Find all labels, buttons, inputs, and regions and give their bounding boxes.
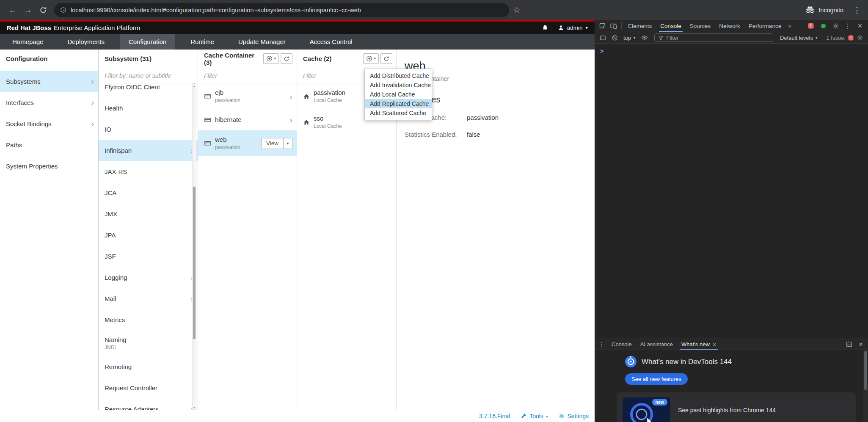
close-icon[interactable]: × — [713, 341, 716, 348]
user-menu[interactable]: admin ▾ — [558, 25, 588, 31]
finder-item-ejb[interactable]: ejbpassivation› — [198, 83, 297, 109]
finder-item-paths[interactable]: Paths — [0, 134, 98, 155]
bookmark-star-icon[interactable]: ☆ — [509, 3, 524, 18]
refresh-button[interactable] — [380, 53, 392, 64]
see-all-features-button[interactable]: See all new features — [625, 373, 688, 385]
finder-item-jsf[interactable]: JSF — [99, 246, 198, 267]
scrollbar[interactable] — [863, 350, 868, 422]
menu-item-add-scattered-cache[interactable]: Add Scattered Cache — [365, 108, 432, 118]
finder-item-interfaces[interactable]: Interfaces› — [0, 92, 98, 113]
drawer-menu-icon[interactable]: ⋮ — [596, 339, 607, 350]
devtools-panel: ElementsConsoleSourcesNetworkPerformance… — [595, 20, 868, 422]
devtools-close-icon[interactable]: × — [854, 21, 865, 31]
add-cache-container-button[interactable]: ▾ — [263, 53, 279, 64]
finder-item-health[interactable]: Health — [99, 98, 198, 119]
finder-item-logging[interactable]: Logging› — [99, 267, 198, 288]
log-levels-selector[interactable]: Default levels ▾ — [777, 35, 820, 41]
url-bar[interactable]: localhost:9990/console/index.html#config… — [54, 3, 509, 17]
console-settings-gear-icon[interactable] — [854, 33, 865, 43]
issues-badge-icon[interactable] — [805, 21, 816, 31]
menu-item-add-local-cache[interactable]: Add Local Cache — [365, 90, 432, 99]
status-dot-icon[interactable] — [818, 21, 829, 31]
column-title: Subsystem (31) — [105, 55, 152, 62]
console-output[interactable]: > — [595, 44, 868, 339]
column-title: Configuration — [6, 55, 47, 62]
inspect-element-icon[interactable] — [597, 21, 608, 31]
finder-item-jpa[interactable]: JPA — [99, 225, 198, 246]
finder-item-jmx[interactable]: JMX — [99, 204, 198, 225]
finder-item-jca[interactable]: JCA — [99, 182, 198, 204]
reload-icon[interactable] — [36, 3, 51, 18]
version-label[interactable]: 3.7.16.Final — [479, 413, 510, 419]
finder-item-metrics[interactable]: Metrics — [99, 309, 198, 331]
finder-item-hibernate[interactable]: hibernate› — [198, 109, 297, 130]
site-info-icon[interactable] — [60, 7, 66, 13]
finder-item-socket-bindings[interactable]: Socket Bindings› — [0, 113, 98, 134]
nav-tab-access-control[interactable]: Access Control — [301, 34, 361, 50]
finder-item-request-controller[interactable]: Request Controller — [99, 378, 198, 399]
browser-menu-icon[interactable]: ⋮ — [849, 3, 865, 18]
finder-item-infinispan[interactable]: Infinispan› — [99, 140, 198, 161]
devtools-tab-performance[interactable]: Performance — [744, 20, 785, 32]
drawer-tab-what-s-new[interactable]: What's new× — [677, 339, 721, 350]
drawer-tab-ai-assistance[interactable]: AI assistance — [636, 339, 677, 350]
finder-item-mail[interactable]: Mail› — [99, 288, 198, 309]
devtools-settings-gear-icon[interactable] — [830, 21, 841, 31]
scroll-up-icon[interactable]: ▲ — [193, 84, 196, 88]
console-filter-field[interactable] — [654, 33, 773, 42]
drawer-close-icon[interactable]: × — [855, 339, 866, 350]
forward-icon[interactable]: → — [20, 3, 36, 18]
view-button[interactable]: View▾ — [261, 138, 292, 149]
clear-console-icon[interactable] — [609, 33, 620, 43]
eye-icon[interactable] — [639, 33, 650, 43]
device-toolbar-icon[interactable] — [608, 21, 619, 31]
nav-tab-runtime[interactable]: Runtime — [182, 34, 223, 50]
refresh-button[interactable] — [281, 53, 292, 64]
devtools-tab-console[interactable]: Console — [656, 20, 686, 32]
view-caret-icon[interactable]: ▾ — [283, 138, 292, 149]
nav-tab-configuration[interactable]: Configuration — [120, 34, 175, 50]
finder-item-system-properties[interactable]: System Properties — [0, 155, 98, 177]
more-tabs-icon[interactable]: » — [785, 22, 794, 29]
add-cache-button[interactable]: ▾ — [363, 53, 379, 64]
scroll-down-icon[interactable]: ▼ — [193, 405, 196, 409]
scrollbar-thumb[interactable] — [193, 187, 196, 339]
menu-item-add-distributed-cache[interactable]: Add Distributed Cache — [365, 71, 432, 80]
cache-container-filter-input[interactable] — [198, 68, 297, 83]
devtools-tab-elements[interactable]: Elements — [624, 20, 656, 32]
devtools-tab-sources[interactable]: Sources — [686, 20, 715, 32]
console-filter-input[interactable] — [667, 35, 769, 41]
tools-menu[interactable]: Tools ▴ — [521, 413, 548, 419]
back-icon[interactable]: ← — [5, 3, 20, 18]
menu-item-add-invalidation-cache[interactable]: Add Invalidation Cache — [365, 80, 432, 90]
finder-item-text: hibernate — [215, 116, 242, 124]
subsystem-filter-input[interactable] — [99, 68, 198, 83]
devtools-tab-network[interactable]: Network — [715, 20, 744, 32]
devtools-menu-icon[interactable]: ⋮ — [842, 21, 853, 31]
dock-panel-icon[interactable] — [843, 339, 854, 350]
finder-item-text: JAX-RS — [105, 168, 127, 176]
scrollbar[interactable]: ▲ ▼ — [192, 83, 196, 410]
nav-tab-homepage[interactable]: Homepage — [3, 34, 52, 50]
finder-item-web[interactable]: webpassivationView▾ — [198, 130, 297, 156]
settings-menu[interactable]: Settings — [559, 413, 589, 419]
finder-item-subsystems[interactable]: Subsystems› — [0, 71, 98, 92]
url-text[interactable]: localhost:9990/console/index.html#config… — [71, 7, 361, 14]
finder-item-jax-rs[interactable]: JAX-RS — [99, 161, 198, 182]
finder-item-naming[interactable]: NamingJNDI — [99, 331, 198, 356]
finder-item-io[interactable]: IO — [99, 119, 198, 140]
highlights-card[interactable]: new See past highlights from Chrome 144 — [617, 392, 856, 422]
console-prompt[interactable]: > — [600, 47, 604, 55]
scrollbar-thumb[interactable] — [864, 351, 867, 390]
drawer-tab-console[interactable]: Console — [607, 339, 636, 350]
nav-tab-update-manager[interactable]: Update Manager — [229, 34, 295, 50]
issues-counter[interactable]: 1 Issue: — [826, 35, 854, 41]
notifications-bell-icon[interactable] — [542, 25, 548, 31]
menu-item-add-replicated-cache[interactable]: Add Replicated Cache — [365, 99, 432, 108]
finder-item-elytron-oidc-client[interactable]: Elytron OIDC Client — [99, 83, 198, 98]
context-selector[interactable]: top ▾ — [621, 35, 638, 41]
nav-tab-deployments[interactable]: Deployments — [58, 34, 113, 50]
finder-item-resource-adapters[interactable]: Resource Adapters› — [99, 399, 198, 410]
finder-item-remoting[interactable]: Remoting — [99, 356, 198, 378]
console-sidebar-icon[interactable] — [597, 33, 608, 43]
